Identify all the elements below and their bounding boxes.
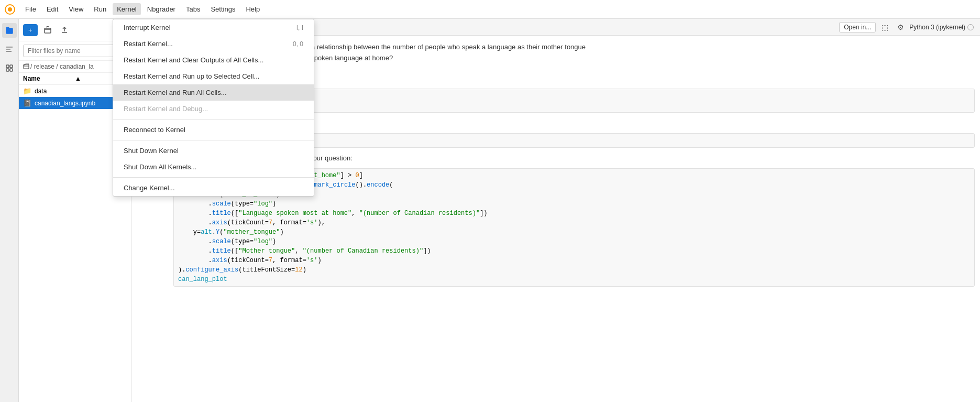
menu-item-shortcut: 0, 0 — [293, 40, 303, 48]
menu-view[interactable]: View — [64, 3, 87, 15]
menu-item-label: Reconnect to Kernel — [124, 126, 185, 134]
menu-item-label: Restart Kernel... — [124, 40, 173, 48]
menu-restart-kernel[interactable]: Restart Kernel... 0, 0 — [113, 36, 314, 52]
menu-item-label: Restart Kernel and Run All Cells... — [124, 89, 227, 96]
menu-separator-3 — [113, 177, 314, 178]
icon-sidebar — [0, 19, 19, 402]
menu-item-label: Interrupt Kernel — [124, 24, 171, 31]
breadcrumb-path: / release / canadian_la — [30, 63, 94, 70]
save-btn[interactable]: ⬚ — [878, 20, 891, 34]
menu-separator-2 — [113, 140, 314, 140]
svg-rect-4 — [6, 49, 10, 50]
menu-run[interactable]: Run — [90, 3, 111, 15]
kernel-label: Python 3 (ipykernel) — [909, 24, 965, 31]
menu-restart-run-to-selected[interactable]: Restart Kernel and Run up to Selected Ce… — [113, 68, 314, 84]
menu-item-label: Change Kernel... — [124, 184, 175, 192]
open-in-btn[interactable]: Open in... — [839, 22, 876, 32]
code-line-3: .scale(type="log") — [178, 199, 970, 209]
svg-rect-3 — [6, 47, 13, 48]
filter-input[interactable] — [23, 45, 127, 57]
svg-point-1 — [8, 7, 12, 12]
menu-separator-1 — [113, 119, 314, 119]
file-item-name: data — [35, 88, 47, 95]
menu-interrupt-kernel[interactable]: Interrupt Kernel I, I — [113, 19, 314, 36]
code-line-4: .title(["Language spoken most at home", … — [178, 209, 970, 218]
menu-help[interactable]: Help — [241, 3, 264, 15]
menu-item-label: Restart Kernel and Clear Outputs of All … — [124, 56, 263, 64]
menu-item-label: Shut Down All Kernels... — [124, 163, 196, 171]
menu-edit[interactable]: Edit — [42, 3, 62, 15]
svg-rect-9 — [10, 69, 13, 71]
svg-rect-8 — [6, 69, 9, 71]
menu-restart-clear[interactable]: Restart Kernel and Clear Outputs of All … — [113, 52, 314, 68]
menu-shutdown-all-kernels[interactable]: Shut Down All Kernels... — [113, 159, 314, 175]
code-line-9: .axis(tickCount=7, format='s') — [178, 256, 970, 265]
menu-reconnect-kernel[interactable]: Reconnect to Kernel — [113, 122, 314, 138]
files-panel-btn[interactable] — [2, 23, 17, 38]
kernel-dropdown-menu: Interrupt Kernel I, I Restart Kernel... … — [113, 19, 314, 197]
menu-kernel[interactable]: Kernel — [113, 3, 141, 15]
menu-restart-run-all[interactable]: Restart Kernel and Run All Cells... — [113, 84, 314, 101]
menubar: File Edit View Run Kernel Nbgrader Tabs … — [0, 0, 980, 19]
toc-panel-btn[interactable] — [2, 42, 17, 57]
menu-item-label: Restart Kernel and Run up to Selected Ce… — [124, 72, 259, 80]
menu-item-label: Shut Down Kernel — [124, 147, 179, 155]
extensions-panel-btn[interactable] — [2, 61, 17, 75]
open-in-label: Open in... — [844, 24, 871, 31]
code-line-10: ).configure_axis(titleFontSize=12) — [178, 265, 970, 275]
svg-rect-5 — [6, 51, 12, 52]
menu-shutdown-kernel[interactable]: Shut Down Kernel — [113, 143, 314, 159]
code-line-6: y=alt.Y("mother_tongue") — [178, 227, 970, 237]
upload-folder-btn[interactable] — [41, 23, 54, 37]
upload-file-btn[interactable] — [58, 23, 71, 37]
code-line-8: .title(["Mother tongue", "(number of Can… — [178, 246, 970, 256]
svg-rect-6 — [6, 65, 9, 68]
settings-btn[interactable]: ⚙ — [894, 20, 907, 34]
kernel-badge: Open in... ⬚ ⚙ Python 3 (ipykernel) — [839, 20, 974, 34]
menu-nbgrader[interactable]: Nbgrader — [143, 3, 180, 15]
folder-icon: 📁 — [23, 87, 31, 95]
new-button[interactable]: + + — [23, 24, 38, 36]
menu-settings[interactable]: Settings — [206, 3, 239, 15]
file-item-name: canadian_langs.ipynb — [35, 100, 95, 107]
name-column-label: Name — [23, 75, 75, 82]
menu-tabs[interactable]: Tabs — [182, 3, 204, 15]
menu-item-label: Restart Kernel and Debug... — [124, 105, 208, 113]
code-line-7: .scale(type="log") — [178, 237, 970, 246]
kernel-status-dot — [967, 24, 974, 30]
new-icon: + — [28, 26, 32, 34]
menu-change-kernel[interactable]: Change Kernel... — [113, 180, 314, 196]
menu-item-shortcut: I, I — [296, 24, 303, 31]
code-line-5: .axis(tickCount=7, format='s'), — [178, 218, 970, 227]
notebook-icon: 📓 — [23, 99, 31, 107]
menu-restart-debug: Restart Kernel and Debug... — [113, 101, 314, 117]
svg-rect-7 — [10, 65, 13, 68]
code-line-11: can_lang_plot — [178, 275, 970, 284]
app-logo — [4, 4, 16, 15]
menu-file[interactable]: File — [21, 3, 40, 15]
